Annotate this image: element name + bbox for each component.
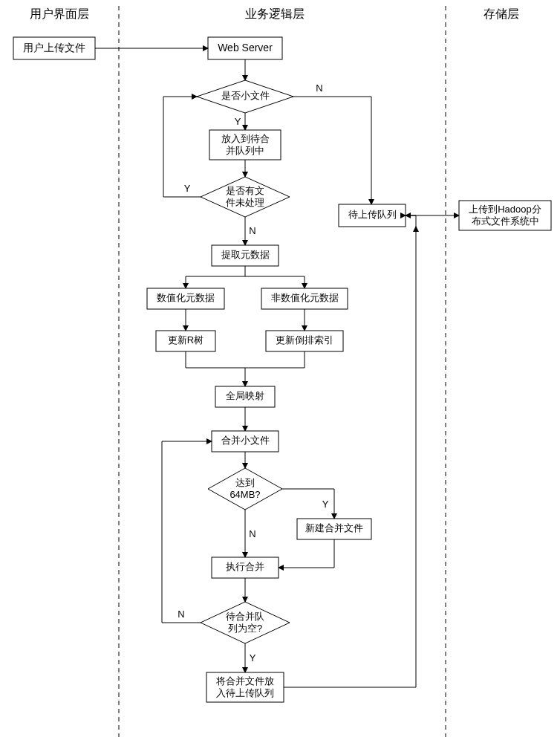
edge-into-upload-queue <box>406 215 416 227</box>
label-put-merge-queue-l2: 并队列中 <box>226 145 264 156</box>
edge-64mb-yes-label: Y <box>322 499 329 510</box>
label-execute-merge: 执行合并 <box>226 561 264 572</box>
label-reach-64mb-l2: 64MB? <box>229 489 260 500</box>
edge-queue-empty-no-label: N <box>178 609 184 620</box>
edge-queue-empty-no <box>162 441 212 623</box>
label-merge-small-files: 合并小文件 <box>221 435 270 446</box>
label-user-upload: 用户上传文件 <box>23 42 85 53</box>
label-upload-hadoop-l1: 上传到Hadoop分 <box>469 204 541 215</box>
edge-has-unprocessed-yes <box>163 97 201 197</box>
label-has-unprocessed-l2: 件未处理 <box>226 197 264 208</box>
edge-has-unprocessed-no-label: N <box>249 225 255 236</box>
label-upload-queue: 待上传队列 <box>348 209 397 220</box>
edge-has-unprocessed-yes-label: Y <box>184 183 191 194</box>
header-ui-layer: 用户界面层 <box>30 7 89 20</box>
edge-newfile-to-exec <box>279 539 334 568</box>
label-nonnumeric-metadata: 非数值化元数据 <box>271 292 339 303</box>
label-web-server: Web Server <box>218 42 273 53</box>
label-put-upload-queue-l1: 将合并文件放 <box>215 675 274 687</box>
label-has-unprocessed-l1: 是否有文 <box>226 185 264 196</box>
edge-queue-empty-yes-label: Y <box>250 652 256 663</box>
label-global-mapping: 全局映射 <box>226 390 264 401</box>
header-storage-layer: 存储层 <box>484 7 519 20</box>
label-upload-hadoop-l2: 布式文件系统中 <box>472 215 539 227</box>
label-update-rtree: 更新R树 <box>168 334 204 345</box>
label-new-merge-file: 新建合并文件 <box>305 522 363 533</box>
label-put-merge-queue-l1: 放入到待合 <box>221 133 270 144</box>
label-queue-empty-l2: 列为空? <box>228 623 262 634</box>
label-put-upload-queue-l2: 入待上传队列 <box>216 687 274 698</box>
edge-merge-left <box>186 351 245 368</box>
edge-64mb-no-label: N <box>249 528 255 539</box>
edge-issmall-no <box>293 97 371 204</box>
edge-issmall-no-label: N <box>316 82 322 94</box>
edge-split-left-h <box>186 266 245 276</box>
label-update-inverted: 更新倒排索引 <box>276 334 333 345</box>
label-is-small-file: 是否小文件 <box>221 90 270 101</box>
label-extract-metadata: 提取元数据 <box>221 249 270 260</box>
label-reach-64mb-l1: 达到 <box>235 477 255 488</box>
label-numeric-metadata: 数值化元数据 <box>157 292 215 303</box>
header-logic-layer: 业务逻辑层 <box>245 7 305 20</box>
label-queue-empty-l1: 待合并队 <box>226 611 264 622</box>
edge-merge-right <box>245 351 305 368</box>
edge-issmall-yes-label: Y <box>235 116 241 127</box>
